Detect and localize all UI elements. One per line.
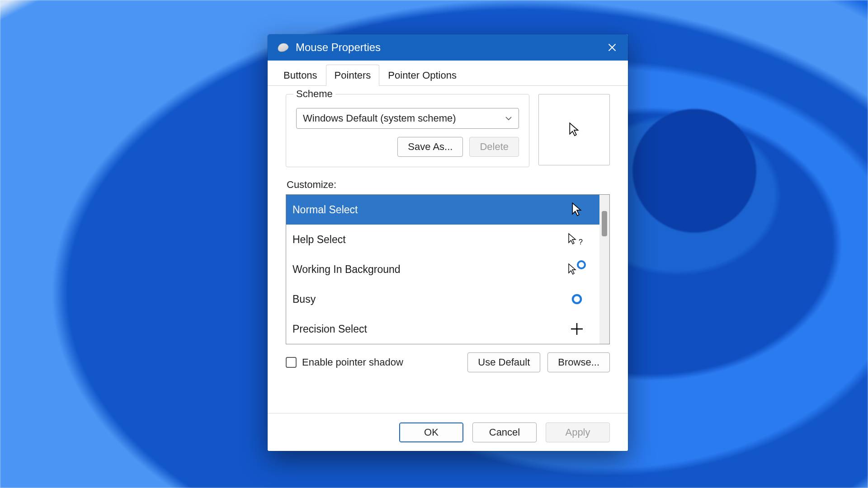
below-list-row: Enable pointer shadow Use Default Browse… bbox=[286, 352, 610, 372]
cursor-listbox: Normal Select Help Select ? Wo bbox=[286, 194, 610, 344]
window-title: Mouse Properties bbox=[296, 41, 599, 54]
scheme-button-row: Save As... Delete bbox=[296, 137, 519, 157]
listbox-scrollbar[interactable] bbox=[599, 195, 609, 344]
cursor-list-items: Normal Select Help Select ? Wo bbox=[286, 195, 599, 344]
enable-pointer-shadow-checkbox[interactable]: Enable pointer shadow bbox=[286, 357, 403, 368]
pointer-preview bbox=[538, 94, 610, 165]
close-icon bbox=[608, 43, 617, 52]
list-item-precision-select[interactable]: Precision Select bbox=[286, 314, 599, 344]
scheme-legend: Scheme bbox=[293, 88, 335, 100]
chevron-down-icon bbox=[505, 115, 512, 122]
list-item-busy[interactable]: Busy bbox=[286, 284, 599, 314]
scheme-select[interactable]: Windows Default (system scheme) bbox=[296, 108, 519, 129]
tab-pointers[interactable]: Pointers bbox=[326, 65, 380, 86]
list-item-help-select[interactable]: Help Select ? bbox=[286, 225, 599, 254]
checkbox-label: Enable pointer shadow bbox=[302, 357, 403, 368]
arrow-help-cursor-icon: ? bbox=[567, 230, 587, 249]
ok-button[interactable]: OK bbox=[399, 422, 463, 442]
delete-button: Delete bbox=[469, 137, 519, 157]
tab-strip: Buttons Pointers Pointer Options bbox=[268, 61, 628, 86]
customize-label: Customize: bbox=[287, 179, 610, 191]
crosshair-cursor-icon bbox=[567, 319, 587, 339]
cancel-button[interactable]: Cancel bbox=[472, 422, 537, 442]
browse-button[interactable]: Browse... bbox=[547, 352, 610, 372]
list-item-label: Busy bbox=[292, 293, 316, 305]
scheme-row: Scheme Windows Default (system scheme) S… bbox=[286, 94, 610, 167]
list-item-label: Working In Background bbox=[292, 263, 401, 276]
svg-text:?: ? bbox=[579, 238, 583, 246]
arrow-cursor-icon bbox=[568, 122, 580, 137]
tab-buttons[interactable]: Buttons bbox=[275, 65, 326, 86]
apply-button: Apply bbox=[546, 422, 610, 442]
scrollbar-thumb[interactable] bbox=[602, 211, 607, 236]
dialog-footer: OK Cancel Apply bbox=[268, 413, 628, 451]
svg-point-1 bbox=[578, 261, 585, 268]
list-item-label: Help Select bbox=[292, 234, 346, 246]
scheme-select-value: Windows Default (system scheme) bbox=[303, 113, 456, 124]
titlebar: Mouse Properties bbox=[268, 34, 628, 61]
mouse-icon bbox=[277, 42, 290, 53]
use-default-button[interactable]: Use Default bbox=[467, 352, 540, 372]
dialog-body: Scheme Windows Default (system scheme) S… bbox=[268, 86, 628, 413]
tab-pointer-options[interactable]: Pointer Options bbox=[379, 65, 465, 86]
busy-cursor-icon bbox=[567, 289, 587, 309]
list-item-label: Precision Select bbox=[292, 323, 367, 335]
mouse-properties-dialog: Mouse Properties Buttons Pointers Pointe… bbox=[268, 34, 628, 451]
checkbox-box bbox=[286, 357, 297, 368]
arrow-busy-cursor-icon bbox=[567, 259, 587, 279]
arrow-cursor-icon bbox=[567, 200, 587, 220]
svg-point-2 bbox=[573, 295, 581, 303]
list-item-working-in-background[interactable]: Working In Background bbox=[286, 254, 599, 284]
scheme-groupbox: Scheme Windows Default (system scheme) S… bbox=[286, 94, 529, 167]
save-as-button[interactable]: Save As... bbox=[397, 137, 463, 157]
close-button[interactable] bbox=[599, 34, 625, 61]
list-item-normal-select[interactable]: Normal Select bbox=[286, 195, 599, 225]
list-action-buttons: Use Default Browse... bbox=[467, 352, 610, 372]
list-item-label: Normal Select bbox=[292, 204, 358, 216]
